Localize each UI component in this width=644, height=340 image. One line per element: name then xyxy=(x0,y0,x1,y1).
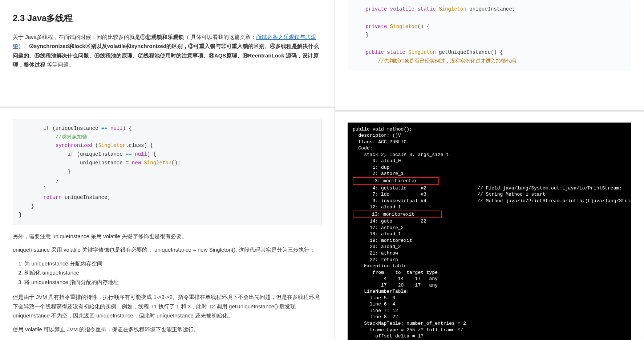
section-2-3-heading: 2.3 Java多线程 关于 Java多线程，在面试的时候，问的比较多的就是①悲… xyxy=(0,0,335,108)
para-volatile-explain: uniqueInstance 采用 volatile 关键字修饰也是很有必要的，… xyxy=(13,245,322,255)
section-code-top: private volatile static Singleton unique… xyxy=(335,0,644,112)
para-volatile-note: 另外，需要注意 uniqueInstance 采用 volatile 关键字修饰… xyxy=(13,232,322,241)
para-reorder: 但是由于 JVM 具有指令重排的特性，执行顺序有可能变成 1->3->2。指令重… xyxy=(13,292,322,320)
code-block-singleton: if (uniqueInstance == null) { //类对象加锁 sy… xyxy=(13,119,322,225)
section-singleton-code: if (uniqueInstance == null) { //类对象加锁 sy… xyxy=(0,108,335,340)
list-item: 初始化 uniqueInstance xyxy=(24,268,322,277)
para-volatile-fix: 使用 volatile 可以禁止 JVM 的指令重排，保证在多线程环境下也能正常… xyxy=(13,325,322,334)
code-block-top: private volatile static Singleton unique… xyxy=(348,0,631,71)
intro-paragraph: 关于 Java多线程，在面试的时候，问的比较多的就是①悲观锁和乐观锁（ 具体可以… xyxy=(13,32,322,69)
left-column: 2.3 Java多线程 关于 Java多线程，在面试的时候，问的比较多的就是①悲… xyxy=(0,0,335,340)
section-bytecode: public void method(); descriptor: ()V fl… xyxy=(335,112,644,340)
bytecode-block: public void method(); descriptor: ()V fl… xyxy=(348,123,631,340)
highlight-monitorexit: 13: monitorexit xyxy=(353,211,442,219)
page-container: 2.3 Java多线程 关于 Java多线程，在面试的时候，问的比较多的就是①悲… xyxy=(0,0,644,340)
steps-list: 为 uniqueInstance 分配内存空间 初始化 uniqueInstan… xyxy=(24,259,322,287)
list-item: 为 uniqueInstance 分配内存空间 xyxy=(24,259,322,268)
right-column: private volatile static Singleton unique… xyxy=(335,0,644,340)
list-item: 将 uniqueInstance 指向分配的内存地址 xyxy=(24,277,322,287)
heading-2-3: 2.3 Java多线程 xyxy=(13,11,322,26)
highlight-monitorenter: 3: monitorenter xyxy=(353,177,439,185)
